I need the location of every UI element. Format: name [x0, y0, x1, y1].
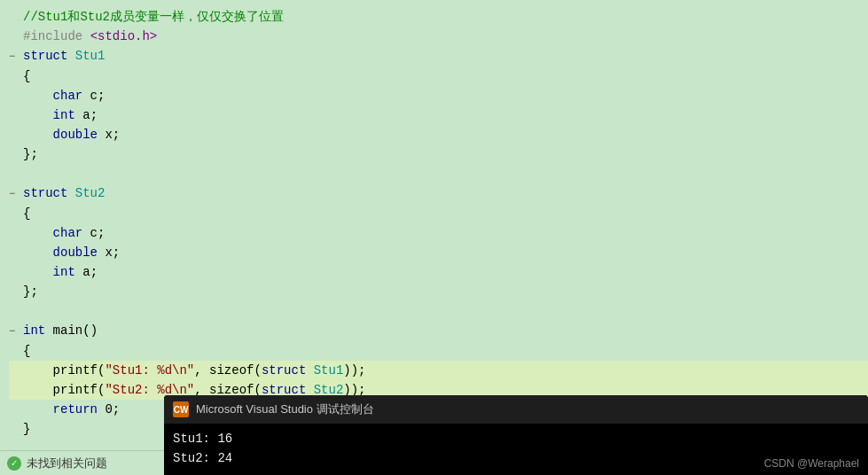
code-line-4: {: [9, 66, 868, 86]
code-line-19: printf("Stu1: %d\n", sizeof(struct Stu1)…: [9, 361, 868, 380]
status-bar: ✓ 未找到相关问题: [0, 450, 164, 475]
code-line-3: − struct Stu1: [9, 46, 868, 66]
console-body: Stu1: 16 Stu2: 24: [164, 424, 868, 475]
console-title: Microsoft Visual Studio 调试控制台: [196, 401, 374, 417]
console-line-2: Stu2: 24: [173, 448, 859, 468]
code-line-17: − int main(): [9, 321, 868, 341]
code-line-2: #include <stdio.h>: [9, 27, 868, 46]
watermark: CSDN @Weraphael: [764, 457, 859, 470]
code-line-1: //Stu1和Stu2成员变量一样，仅仅交换了位置: [9, 7, 868, 27]
console-line-1: Stu1: 16: [173, 429, 859, 448]
status-text: 未找到相关问题: [27, 456, 107, 471]
code-line-10: − struct Stu2: [9, 183, 868, 204]
console-window: CW Microsoft Visual Studio 调试控制台 Stu1: 1…: [164, 395, 868, 475]
console-title-bar: CW Microsoft Visual Studio 调试控制台: [164, 395, 868, 424]
code-line-blank1: [9, 164, 868, 183]
code-line-14: int a;: [9, 262, 868, 282]
vs-icon: CW: [173, 401, 189, 417]
code-line-11: {: [9, 204, 868, 223]
code-line-7: double x;: [9, 125, 868, 144]
code-line-8: };: [9, 144, 868, 164]
code-line-18: {: [9, 341, 868, 361]
code-line-12: char c;: [9, 223, 868, 243]
code-line-5: char c;: [9, 86, 868, 105]
code-line-6: int a;: [9, 105, 868, 125]
code-line-15: };: [9, 282, 868, 301]
code-line-blank2: [9, 301, 868, 321]
code-line-13: double x;: [9, 243, 868, 262]
status-icon: ✓: [7, 456, 21, 471]
